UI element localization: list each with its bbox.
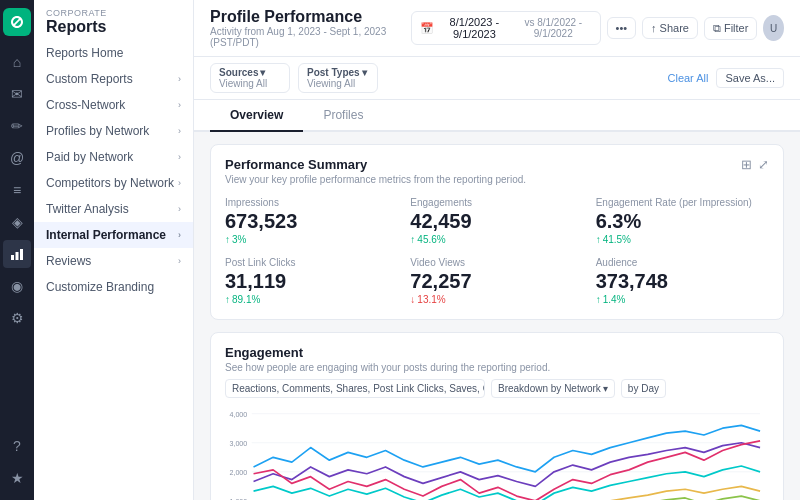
sources-label: Sources ▾ [219, 67, 281, 78]
date-range-button[interactable]: 📅 8/1/2023 - 9/1/2023 vs 8/1/2022 - 9/1/… [411, 11, 601, 45]
share-label: Share [660, 22, 689, 34]
metric-change-value: 13.1% [417, 294, 445, 305]
metric-change: ↑ 45.6% [410, 234, 583, 245]
brand-logo[interactable] [3, 8, 31, 36]
metric-label: Audience [596, 257, 769, 268]
metric-engagement-rate: Engagement Rate (per Impression) 6.3% ↑ … [596, 197, 769, 245]
metric-value: 6.3% [596, 210, 769, 233]
sidebar-item-internal[interactable]: Internal Performance › [34, 222, 193, 248]
tasks-nav-icon[interactable]: ≡ [3, 176, 31, 204]
chevron-icon: › [178, 74, 181, 84]
sources-dropdown[interactable]: Sources ▾ Viewing All [210, 63, 290, 93]
metric-post-link-clicks: Post Link Clicks 31,119 ↑ 89.1% [225, 257, 398, 305]
chart-container: 4,000 3,000 2,000 1,000 0 [211, 404, 783, 500]
sidebar-corporate: Corporate [46, 8, 181, 18]
chevron-icon: › [178, 152, 181, 162]
metric-value: 373,748 [596, 270, 769, 293]
sidebar-item-reports-home[interactable]: Reports Home [34, 40, 193, 66]
sidebar-item-competitors[interactable]: Competitors by Network › [34, 170, 193, 196]
header-controls: 📅 8/1/2023 - 9/1/2023 vs 8/1/2022 - 9/1/… [411, 11, 784, 45]
card-header: Performance Summary View your key profil… [211, 145, 783, 193]
arrow-down-icon: ↓ [410, 294, 415, 305]
metric-label: Video Views [410, 257, 583, 268]
engagement-card-header: Engagement See how people are engaging w… [211, 333, 783, 379]
grid-icon[interactable]: ⊞ [741, 157, 752, 172]
card-title: Performance Summary [225, 157, 526, 172]
metrics-filter-value: Reactions, Comments, Shares, Post Link C… [232, 383, 485, 394]
tabs-bar: Overview Profiles [194, 100, 800, 132]
filter-icon: ⧉ [713, 22, 721, 35]
left-navigation: ⌂ ✉ ✏ @ ≡ ◈ ◉ ⚙ ? ★ [0, 0, 34, 500]
metric-label: Post Link Clicks [225, 257, 398, 268]
sidebar-item-branding[interactable]: Customize Branding [34, 274, 193, 300]
chevron-icon: › [178, 204, 181, 214]
card-icons: ⊞ ⤢ [741, 157, 769, 172]
sidebar-item-label: Profiles by Network [46, 124, 149, 138]
page-subtitle: Activity from Aug 1, 2023 - Sept 1, 2023… [210, 26, 411, 48]
metric-value: 31,119 [225, 270, 398, 293]
metric-label: Engagement Rate (per Impression) [596, 197, 769, 208]
mentions-nav-icon[interactable]: @ [3, 144, 31, 172]
star-nav-icon[interactable]: ★ [3, 464, 31, 492]
sidebar-item-label: Reports Home [46, 46, 123, 60]
avatar: U [763, 15, 784, 41]
chevron-icon: › [178, 230, 181, 240]
sidebar-item-label: Customize Branding [46, 280, 154, 294]
chevron-icon: › [178, 178, 181, 188]
metric-change: ↑ 1.4% [596, 294, 769, 305]
card-title-area: Performance Summary View your key profil… [225, 157, 526, 185]
compose-nav-icon[interactable]: ✏ [3, 112, 31, 140]
metric-impressions: Impressions 673,523 ↑ 3% [225, 197, 398, 245]
svg-text:1,000: 1,000 [229, 496, 247, 500]
tab-overview[interactable]: Overview [210, 100, 303, 132]
metrics-filter-dropdown[interactable]: Reactions, Comments, Shares, Post Link C… [225, 379, 485, 398]
breakdown-filter-dropdown[interactable]: Breakdown by Network ▾ [491, 379, 615, 398]
arrow-up-icon: ↑ [596, 234, 601, 245]
chevron-icon: › [178, 126, 181, 136]
arrow-up-icon: ↑ [225, 294, 230, 305]
interval-filter-dropdown[interactable]: by Day [621, 379, 666, 398]
home-nav-icon[interactable]: ⌂ [3, 48, 31, 76]
post-types-label: Post Types ▾ [307, 67, 369, 78]
post-types-value: Viewing All [307, 78, 369, 89]
filter-button[interactable]: ⧉ Filter [704, 17, 757, 40]
svg-rect-1 [16, 252, 19, 260]
svg-text:4,000: 4,000 [229, 409, 247, 418]
profile-nav-icon[interactable]: ◉ [3, 272, 31, 300]
sidebar-title: Reports [46, 18, 181, 36]
sidebar-item-reviews[interactable]: Reviews › [34, 248, 193, 274]
sidebar: Corporate Reports Reports Home Custom Re… [34, 0, 194, 500]
engagement-chart: 4,000 3,000 2,000 1,000 0 [225, 404, 769, 500]
analytics-nav-icon[interactable] [3, 240, 31, 268]
sidebar-item-custom-reports[interactable]: Custom Reports › [34, 66, 193, 92]
sidebar-item-cross-network[interactable]: Cross-Network › [34, 92, 193, 118]
sidebar-item-paid-by-network[interactable]: Paid by Network › [34, 144, 193, 170]
metric-change: ↑ 3% [225, 234, 398, 245]
metric-change: ↑ 89.1% [225, 294, 398, 305]
sidebar-item-profiles-by-network[interactable]: Profiles by Network › [34, 118, 193, 144]
inbox-nav-icon[interactable]: ✉ [3, 80, 31, 108]
settings-nav-icon[interactable]: ⚙ [3, 304, 31, 332]
sidebar-item-label: Competitors by Network [46, 176, 174, 190]
help-nav-icon[interactable]: ? [3, 432, 31, 460]
engagement-subtitle: See how people are engaging with your po… [225, 362, 769, 373]
filter-label: Filter [724, 22, 748, 34]
card-subtitle: View your key profile performance metric… [225, 174, 526, 185]
post-types-dropdown[interactable]: Post Types ▾ Viewing All [298, 63, 378, 93]
share-icon: ↑ [651, 22, 657, 34]
sidebar-item-label: Reviews [46, 254, 91, 268]
save-as-button[interactable]: Save As... [716, 68, 784, 88]
sidebar-header: Corporate Reports [34, 0, 193, 40]
metric-value: 673,523 [225, 210, 398, 233]
sidebar-item-twitter[interactable]: Twitter Analysis › [34, 196, 193, 222]
page-title: Profile Performance [210, 8, 411, 26]
chevron-down-icon: ▾ [603, 383, 608, 394]
engagement-filters: Reactions, Comments, Shares, Post Link C… [211, 379, 783, 404]
expand-icon[interactable]: ⤢ [758, 157, 769, 172]
metric-change: ↓ 13.1% [410, 294, 583, 305]
share-button[interactable]: ↑ Share [642, 17, 698, 39]
streams-nav-icon[interactable]: ◈ [3, 208, 31, 236]
more-options-button[interactable]: ••• [607, 17, 637, 39]
clear-all-button[interactable]: Clear All [668, 72, 709, 84]
tab-profiles[interactable]: Profiles [303, 100, 383, 132]
